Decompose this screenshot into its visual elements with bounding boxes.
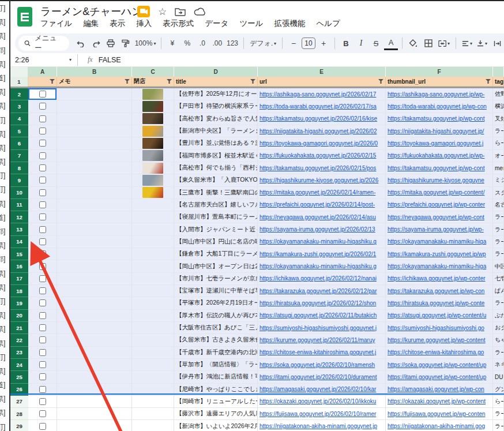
memo-cell[interactable] xyxy=(57,236,132,248)
checkbox-cell[interactable] xyxy=(28,359,57,371)
title-cell[interactable]: 【新潟市中央区】「ラーメンまぜそばマゼシャ xyxy=(174,125,258,137)
strikethrough-button[interactable]: S xyxy=(369,36,383,50)
borders-button[interactable] xyxy=(422,36,435,50)
url-link[interactable]: https://hiratsuka.goguynet.jp/2026/02/12… xyxy=(259,300,376,306)
checkbox-cell[interactable] xyxy=(28,137,57,149)
column-header-B[interactable]: B xyxy=(57,67,132,77)
thumbnail-url-cell[interactable]: https://takamatsu.goguynet.jp/wp-cont xyxy=(386,162,493,174)
checkbox[interactable] xyxy=(39,115,46,122)
url-link[interactable]: https://takamatsu.goguynet.jp/2026/02/15… xyxy=(259,165,376,171)
menu-データ[interactable]: データ xyxy=(205,18,228,29)
tag-cell[interactable]: ラー xyxy=(493,223,504,235)
column-header-F[interactable]: F xyxy=(386,67,493,77)
filter-icon[interactable] xyxy=(378,79,383,84)
paint-format-button[interactable] xyxy=(119,36,133,50)
thumbnail-url-link[interactable]: https://takamatsu.goguynet.jp/wp-cont xyxy=(388,165,484,171)
url-link[interactable]: https://sayama-iruma.goguynet.jp/2026/02… xyxy=(259,226,375,233)
url-link[interactable]: https://ashikaga-sano.goguynet.jp/2026/0… xyxy=(259,91,376,98)
title-cell[interactable]: 【市川市】七壱ラーメンが京成八幡駅近くに xyxy=(174,273,258,285)
row-header-19[interactable]: 19 xyxy=(10,297,28,309)
menu-ツール[interactable]: ツール xyxy=(239,18,263,29)
checkbox[interactable] xyxy=(39,226,46,233)
url-link[interactable]: https://kamakura-zushi.goguynet.jp/2026/… xyxy=(259,251,376,257)
memo-cell[interactable] xyxy=(57,322,132,334)
thumbnail-url-cell[interactable]: https://mitaka.goguynet.jp/wp-content/ xyxy=(386,187,493,199)
url-cell[interactable]: https://fukuokahakata.goguynet.jp/2026/0… xyxy=(258,150,386,162)
row-header-27[interactable]: 27 xyxy=(10,396,28,408)
tag-cell[interactable]: ラー xyxy=(493,125,504,137)
title-cell[interactable]: 【寝屋川市】萱島本町にラーメン店「明日や xyxy=(174,211,258,223)
filter-icon[interactable] xyxy=(486,79,491,84)
filter-icon[interactable] xyxy=(50,79,55,84)
row-header-21[interactable]: 21 xyxy=(10,322,28,334)
cloud-saved-icon[interactable] xyxy=(194,8,206,16)
thumbnail-url-link[interactable]: https://takarazuka.goguynet.jp/wp-con xyxy=(388,288,484,294)
tag-cell[interactable]: ラー xyxy=(493,248,504,260)
tag-cell[interactable]: ネキ xyxy=(493,359,504,371)
memo-cell[interactable] xyxy=(57,174,132,186)
thumbnail-cell[interactable] xyxy=(132,297,174,309)
url-link[interactable]: https://amagasaki.goguynet.jp/2026/02/10… xyxy=(259,386,376,392)
url-link[interactable]: https://prefaichi.goguynet.jp/2026/02/14… xyxy=(259,201,375,208)
filter-icon[interactable] xyxy=(125,79,130,84)
thumbnail-url-cell[interactable]: https://sayama-iruma.goguynet.jp/wp- xyxy=(386,223,493,235)
row-header-12[interactable]: 12 xyxy=(10,211,28,223)
font-size-input[interactable]: 10 xyxy=(302,38,315,49)
url-cell[interactable]: https://sayama-iruma.goguynet.jp/2026/02… xyxy=(258,223,386,235)
checkbox[interactable] xyxy=(39,238,46,245)
checkbox-cell[interactable] xyxy=(28,125,57,137)
title-cell[interactable]: 【三鷹市】衝撃！三鷹駅南口の行列ラーメン xyxy=(174,187,258,199)
title-cell[interactable]: 【宝塚市】逆瀬川に中華そば専門店「中華そ xyxy=(174,285,258,297)
title-cell[interactable]: 【千歳市】新千歳空港内の北海道ラーメン道 xyxy=(174,347,258,359)
grid-corner[interactable] xyxy=(10,67,28,77)
thumbnail-url-link[interactable]: https://sumiyoshi-higashisumiyoshi.go xyxy=(388,325,484,331)
thumbnail-url-cell[interactable]: https://toda-warabi.goguynet.jp/wp-con xyxy=(386,100,493,113)
decrease-font-size-button[interactable]: − xyxy=(287,36,300,50)
checkbox[interactable] xyxy=(39,312,46,319)
move-folder-icon[interactable] xyxy=(175,8,186,16)
title-cell[interactable]: 【平塚市】2026年2月19日オープン！老舗の味 xyxy=(174,297,258,309)
memo-cell[interactable] xyxy=(57,334,132,346)
tag-cell[interactable]: ラー xyxy=(493,408,504,420)
url-cell[interactable]: https://itami.goguynet.jp/2026/02/10/dur… xyxy=(258,371,386,383)
tag-cell[interactable]: スタ xyxy=(493,187,504,199)
url-cell[interactable]: https://niigatakonan-akiha-minami.goguyn… xyxy=(258,420,386,431)
row-header-9[interactable]: 9 xyxy=(10,174,28,186)
memo-cell[interactable] xyxy=(57,199,132,211)
horizontal-align-button[interactable]: ▾ xyxy=(460,36,474,50)
thumbnail-cell[interactable] xyxy=(132,199,174,211)
checkbox[interactable] xyxy=(39,103,46,110)
checkbox-cell[interactable] xyxy=(28,174,57,186)
title-cell[interactable]: 【草加市】〈開店情報〉「ラーメンショップ〇 xyxy=(174,359,258,371)
tag-cell[interactable]: ラー xyxy=(493,297,504,309)
url-cell[interactable]: https://toda-warabi.goguynet.jp/2026/02/… xyxy=(258,100,386,113)
sheets-logo-icon[interactable] xyxy=(16,6,33,28)
star-icon[interactable]: ☆ xyxy=(158,7,167,17)
row-header-11[interactable]: 11 xyxy=(10,199,28,211)
menu-ファイル[interactable]: ファイル xyxy=(40,18,72,29)
tag-cell[interactable]: らー xyxy=(493,137,504,149)
thumbnail-url-link[interactable]: https://fukuokahakata.goguynet.jp/wp- xyxy=(388,152,484,159)
checkbox-cell[interactable] xyxy=(28,408,57,420)
url-cell[interactable]: https://neyagawa.goguynet.jp/2026/02/14/… xyxy=(258,211,386,223)
row-header-3[interactable]: 3 xyxy=(10,100,28,113)
checkbox-cell[interactable] xyxy=(28,113,57,125)
tag-cell[interactable]: mer xyxy=(493,162,504,174)
checkbox-cell[interactable] xyxy=(28,322,57,334)
checkbox[interactable] xyxy=(39,373,46,380)
row-header-6[interactable]: 6 xyxy=(10,137,28,149)
memo-cell[interactable] xyxy=(57,248,132,260)
checkbox-cell[interactable] xyxy=(28,310,57,322)
title-cell[interactable]: 【豊川市】並ぶ覚悟はある？激アツ行列店！ xyxy=(174,137,258,149)
row-header-1[interactable]: 1 xyxy=(10,77,28,87)
tag-cell[interactable]: ラー xyxy=(493,236,504,248)
thumbnail-url-link[interactable]: https://hiratsuka.goguynet.jp/wp-conte xyxy=(388,300,484,306)
menu-挿入[interactable]: 挿入 xyxy=(136,18,152,29)
checkbox[interactable] xyxy=(39,263,46,270)
thumbnail-url-link[interactable]: https://ichikawa.goguynet.jp/wp-conter xyxy=(388,275,486,282)
menu-表示形式[interactable]: 表示形式 xyxy=(163,18,194,29)
fill-color-button[interactable] xyxy=(407,36,420,50)
thumbnail-cell[interactable] xyxy=(132,113,174,125)
row-header-2[interactable]: 2 xyxy=(10,88,28,100)
thumbnail-cell[interactable] xyxy=(132,187,174,199)
